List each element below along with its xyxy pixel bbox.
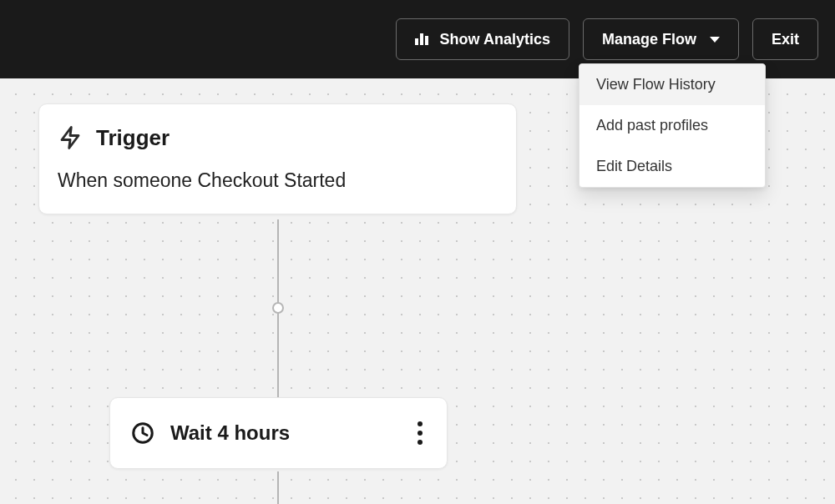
manage-flow-label: Manage Flow [602,31,696,48]
dropdown-item-add-past-profiles[interactable]: Add past profiles [579,105,765,146]
svg-marker-0 [62,128,78,149]
flow-canvas[interactable]: View Flow History Add past profiles Edit… [0,78,835,504]
clock-icon [130,421,155,446]
caret-down-icon [710,37,720,43]
trigger-card[interactable]: Trigger When someone Checkout Started [38,103,517,214]
connector-line [277,471,279,504]
add-step-handle[interactable] [272,302,284,314]
lightning-icon [58,124,83,151]
exit-label: Exit [772,31,799,48]
manage-flow-dropdown: View Flow History Add past profiles Edit… [579,63,766,188]
dropdown-item-edit-details[interactable]: Edit Details [579,146,765,187]
show-analytics-button[interactable]: Show Analytics [396,18,569,60]
dropdown-item-label: View Flow History [596,76,716,93]
trigger-title: Trigger [96,125,170,151]
show-analytics-label: Show Analytics [440,31,550,48]
wait-card-menu-button[interactable] [410,418,430,448]
dropdown-item-label: Add past profiles [596,117,708,134]
manage-flow-button[interactable]: Manage Flow [583,18,739,60]
dropdown-item-label: Edit Details [596,158,672,174]
wait-card[interactable]: Wait 4 hours [109,397,448,469]
trigger-condition: When someone Checkout Started [58,169,496,192]
wait-label: Wait 4 hours [170,421,395,445]
bar-chart-icon [415,33,428,45]
dropdown-item-view-history[interactable]: View Flow History [579,64,765,105]
trigger-header: Trigger [58,124,496,151]
exit-button[interactable]: Exit [752,18,818,60]
